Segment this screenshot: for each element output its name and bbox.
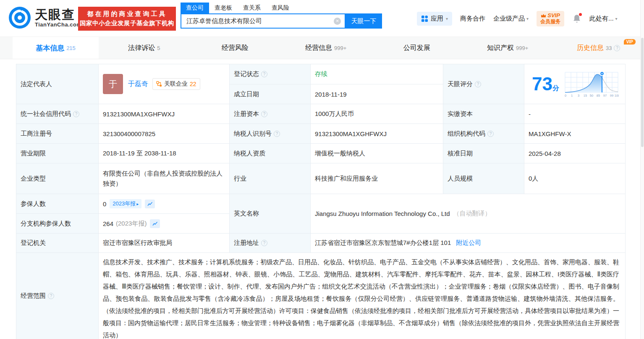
tab-intellectual-property[interactable]: 知识产权 999+ [462, 37, 553, 59]
tab-operating-info[interactable]: 经营信息 999+ [280, 37, 372, 59]
reg-status-value: 存续 [311, 64, 443, 84]
help-icon[interactable]: ? [487, 131, 494, 137]
slogan-banner: 都在用的商业查询工具 国家中小企业发展子基金旗下机构 [78, 7, 176, 31]
user-menu[interactable]: 此处有... ▾ [589, 15, 618, 23]
search-button[interactable]: 天眼一下 [346, 13, 382, 29]
business-scope-value: 信息技术开发、技术推广、技术服务；计算机系统服务；初级农产品、日用品、化妆品、针… [99, 253, 626, 339]
paid-capital-value: - [524, 104, 626, 124]
apps-label: 应用 [431, 15, 443, 23]
table-row: 登记机关 宿迁市宿豫区行政审批局 注册地址? 江苏省宿迁市宿豫区京东智慧城7#办… [16, 234, 626, 253]
business-term-value: 2018-11-19 至 2038-11-18 [99, 144, 230, 163]
legal-rep-name-link[interactable]: 于磊奇 [128, 80, 148, 89]
help-icon[interactable]: ? [73, 111, 79, 117]
search-tab-boss[interactable]: 查老板 [209, 3, 238, 13]
tyc-score-cell[interactable]: 73分 0 1 3 [524, 64, 626, 104]
industry-value: 科技推广和应用服务业 [311, 163, 443, 194]
help-icon[interactable]: ? [261, 71, 267, 77]
scrollbar-thumb[interactable] [641, 38, 644, 147]
search-tab-risk[interactable]: 查风险 [266, 3, 295, 13]
help-icon[interactable]: ? [614, 45, 620, 51]
brand-name: 天眼查 [35, 8, 82, 21]
tianyancha-logo[interactable]: 天眼查 TianYanCha.com [8, 6, 82, 29]
help-icon[interactable]: ? [274, 131, 280, 137]
svg-text:50: 50 [590, 94, 593, 97]
chevron-down-icon: ▾ [615, 16, 618, 21]
apps-menu[interactable]: 应用 ▾ [417, 12, 452, 26]
section-tabs: 基本信息 215 法律诉讼 5 经营风险 经营信息 999+ 公司发展 知识产权… [0, 37, 644, 59]
clear-icon[interactable]: × [334, 18, 341, 25]
help-icon[interactable]: ? [48, 293, 54, 299]
company-type-label: 企业类型 [16, 163, 99, 194]
approval-date-label: 核准日期 [443, 144, 524, 163]
table-row: 统一社会信用代码? 91321300MA1XGHFWXJ 注册资本? 1000万… [16, 104, 626, 124]
trend-chart-icon[interactable] [145, 200, 155, 208]
tab-legal-proceedings[interactable]: 法律诉讼 5 [99, 37, 190, 59]
address-label: 注册地址? [230, 234, 311, 253]
nearby-companies-link[interactable]: 附近公司 [456, 239, 481, 247]
taxpayer-quality-label: 纳税人资质 [230, 144, 311, 163]
chevron-down-icon: ▾ [526, 16, 529, 21]
svg-text:15: 15 [584, 94, 587, 97]
svg-text:99: 99 [610, 94, 613, 97]
help-icon[interactable]: ? [261, 111, 267, 117]
address-value: 江苏省宿迁市宿豫区京东智慧城7#办公楼1层 101 [315, 239, 451, 247]
legal-rep-cell: 于 于磊奇 关联企业 22 [99, 64, 230, 104]
reg-authority-value: 宿迁市宿豫区行政审批局 [99, 234, 230, 253]
taxpayer-id-label: 纳税人识别号? [230, 124, 311, 144]
score-distribution-chart: 0 1 3 15 50 85 97 99 100 [564, 71, 619, 97]
business-coop-link[interactable]: 商务合作 [460, 15, 485, 23]
tab-history-info[interactable]: VIP 历史信息 33 ? [553, 37, 644, 59]
insured-label: 参保人数 [16, 194, 99, 214]
notification-bell-icon[interactable] [572, 14, 581, 23]
svg-text:97: 97 [603, 94, 607, 97]
svip-sublabel: 会员服务 [540, 19, 560, 25]
related-companies-button[interactable]: 关联企业 22 [152, 78, 200, 90]
crown-icon [541, 13, 546, 18]
header-right-nav: 应用 ▾ 商务合作 企业级产品 ▾ SVIP 会员服务 此处有... [417, 11, 618, 26]
org-code-value: MA1XGHFW-X [524, 124, 626, 144]
user-name: 此处有... [589, 15, 614, 23]
annual-report-badge[interactable]: 2023年报 ▸ [110, 199, 141, 208]
tab-basic-info[interactable]: 基本信息 215 [13, 37, 99, 59]
search-input[interactable] [181, 14, 345, 28]
legal-rep-label: 法定代表人 [16, 64, 99, 104]
reg-authority-label: 登记机关 [16, 234, 99, 253]
business-term-label: 营业期限 [16, 144, 99, 163]
tab-company-development[interactable]: 公司发展 [372, 37, 463, 59]
enterprise-products-link[interactable]: 企业级产品 ▾ [493, 15, 529, 23]
english-name-label: 英文名称 [230, 194, 311, 234]
header: 天眼查 TianYanCha.com 都在用的商业查询工具 国家中小企业发展子基… [0, 0, 644, 37]
svg-text:3: 3 [578, 94, 579, 97]
search-tab-company[interactable]: 查公司 [181, 3, 209, 13]
slogan-line2: 国家中小企业发展子基金旗下机构 [80, 19, 174, 27]
tyc-score-label: 天眼评分? [443, 64, 524, 104]
reg-capital-value: 1000万人民币 [311, 104, 443, 124]
svip-member-button[interactable]: SVIP 会员服务 [537, 11, 564, 26]
brand-domain: TianYanCha.com [35, 21, 82, 28]
credit-code-label: 统一社会信用代码? [16, 104, 99, 124]
staff-size-value: 0人 [524, 163, 626, 194]
badge-arrow-icon: ▸ [136, 202, 139, 206]
score-unit: 分 [552, 84, 559, 92]
reg-status-label: 登记状态? [230, 64, 311, 84]
branch-insured-note: (2023年报) [116, 220, 147, 228]
branch-insured-cell: 264 (2023年报) [99, 214, 230, 234]
establish-date-value: 2018-11-19 [311, 84, 443, 104]
scrollbar[interactable] [640, 0, 644, 339]
svg-text:85: 85 [597, 94, 600, 97]
tianyancha-logo-icon [8, 6, 31, 29]
help-icon[interactable]: ? [261, 240, 267, 246]
chevron-down-icon: ▾ [446, 16, 448, 21]
apps-grid-icon [421, 15, 428, 22]
search-tabs: 查公司 查老板 查关系 查风险 [181, 3, 382, 13]
industry-label: 行业 [230, 163, 311, 194]
table-row: 参保人数 0 2023年报 ▸ 分支机构参保人数 264 (2023年报) [16, 194, 626, 234]
tab-operating-risk[interactable]: 经营风险 [190, 37, 281, 59]
search-tab-relation[interactable]: 查关系 [238, 3, 266, 13]
trend-chart-icon[interactable] [150, 219, 160, 228]
avatar[interactable]: 于 [103, 74, 123, 94]
table-row: 经营范围? 信息技术开发、技术推广、技术服务；计算机系统服务；初级农产品、日用品… [16, 253, 626, 339]
english-name-cell: Jiangsu Zhuoyu Information Technology Co… [311, 194, 626, 234]
help-icon[interactable]: ? [475, 81, 481, 87]
paid-capital-label: 实缴资本 [443, 104, 524, 124]
